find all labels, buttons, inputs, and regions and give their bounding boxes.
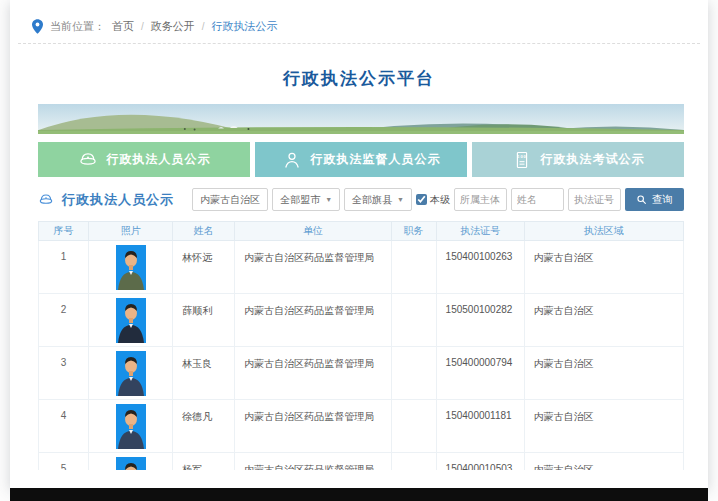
position xyxy=(391,347,436,400)
person-name: 杨军 xyxy=(173,453,235,471)
enforcement-region: 内蒙古自治区 xyxy=(524,453,683,471)
breadcrumb-current[interactable]: 行政执法公示 xyxy=(212,19,278,34)
cert-number: 150400010503 xyxy=(436,453,524,471)
id-photo xyxy=(116,298,146,343)
section-title-text: 行政执法人员公示 xyxy=(62,191,174,209)
row-number: 1 xyxy=(39,241,89,294)
enforcement-region: 内蒙古自治区 xyxy=(524,347,683,400)
enforcement-region: 内蒙古自治区 xyxy=(524,241,683,294)
position xyxy=(391,294,436,347)
unit-name: 内蒙古自治区药品监督管理局 xyxy=(235,241,391,294)
enforcement-region: 内蒙古自治区 xyxy=(524,400,683,453)
person-name: 徐德凡 xyxy=(173,400,235,453)
col-header-unit: 单位 xyxy=(235,222,391,241)
id-photo xyxy=(116,351,146,396)
row-number: 4 xyxy=(39,400,89,453)
name-input[interactable] xyxy=(511,188,564,211)
position xyxy=(391,241,436,294)
tab-enforcement-personnel[interactable]: 行政执法人员公示 xyxy=(38,142,250,177)
breadcrumb-home[interactable]: 首页 xyxy=(112,19,134,34)
col-header-position: 职务 xyxy=(391,222,436,241)
cert-input[interactable] xyxy=(568,188,621,211)
breadcrumb-separator: / xyxy=(202,21,205,32)
tab-bar: 行政执法人员公示 行政执法监督人员公示 100 行政执法考试公示 xyxy=(38,142,684,177)
person-icon xyxy=(282,150,302,170)
position xyxy=(391,400,436,453)
tab-label: 行政执法人员公示 xyxy=(107,151,211,168)
breadcrumb-gov-info[interactable]: 政务公开 xyxy=(151,19,195,34)
id-photo xyxy=(116,245,146,290)
grassland-landscape xyxy=(38,104,684,134)
exam-document-icon: 100 xyxy=(512,150,532,170)
row-number: 2 xyxy=(39,294,89,347)
page-title: 行政执法公示平台 xyxy=(10,67,708,90)
unit-name: 内蒙古自治区药品监督管理局 xyxy=(235,294,391,347)
search-button[interactable]: 查询 xyxy=(625,188,684,211)
tab-supervision-personnel[interactable]: 行政执法监督人员公示 xyxy=(255,142,467,177)
col-header-no: 序号 xyxy=(39,222,89,241)
chevron-down-icon: ▼ xyxy=(325,196,332,203)
col-header-photo: 照片 xyxy=(89,222,173,241)
col-header-region: 执法区域 xyxy=(524,222,683,241)
enforcement-region: 内蒙古自治区 xyxy=(524,294,683,347)
level-checkbox[interactable]: 本级 xyxy=(416,193,450,207)
breadcrumb: 当前位置： 首页 / 政务公开 / 行政执法公示 xyxy=(18,0,700,44)
table-header-row: 序号 照片 姓名 单位 职务 执法证号 执法区域 xyxy=(39,222,684,241)
police-hat-icon xyxy=(78,150,98,170)
id-photo xyxy=(116,404,146,449)
location-pin-icon xyxy=(32,19,43,34)
person-name: 薛顺利 xyxy=(173,294,235,347)
unit-name: 内蒙古自治区药品监督管理局 xyxy=(235,400,391,453)
filters: 内蒙古自治区 全部盟市 ▼ 全部旗县 ▼ 本级 查询 xyxy=(192,188,684,211)
cert-number: 150400100263 xyxy=(436,241,524,294)
table-row: 5 杨军 内蒙古自治区药品监督管理局 150400010503 内蒙古自治区 xyxy=(39,453,684,471)
id-photo xyxy=(116,457,146,470)
search-icon xyxy=(636,194,647,205)
col-header-name: 姓名 xyxy=(173,222,235,241)
tab-label: 行政执法考试公示 xyxy=(541,151,645,168)
tab-exam[interactable]: 100 行政执法考试公示 xyxy=(472,142,684,177)
cert-number: 150400000794 xyxy=(436,347,524,400)
row-number: 5 xyxy=(39,453,89,471)
section-title: 行政执法人员公示 xyxy=(38,191,174,209)
search-button-label: 查询 xyxy=(652,193,673,207)
filter-bar: 行政执法人员公示 内蒙古自治区 全部盟市 ▼ 全部旗县 ▼ 本级 xyxy=(38,188,684,211)
table-row: 1 林怀远 内蒙古自治区药品监督管理局 150400100263 内蒙古自治区 xyxy=(39,241,684,294)
person-name: 林玉良 xyxy=(173,347,235,400)
cert-number: 150500100282 xyxy=(436,294,524,347)
table-body: 1 林怀远 内蒙古自治区药品监督管理局 150400100263 内蒙古自治区 … xyxy=(39,241,684,471)
table-row: 4 徐德凡 内蒙古自治区药品监督管理局 150400001181 内蒙古自治区 xyxy=(39,400,684,453)
level-checkbox-label: 本级 xyxy=(430,193,450,207)
bottom-bar xyxy=(10,488,708,501)
row-number: 3 xyxy=(39,347,89,400)
position xyxy=(391,453,436,471)
banner-image xyxy=(38,104,684,134)
county-select-value: 全部旗县 xyxy=(352,193,392,207)
unit-name: 内蒙古自治区药品监督管理局 xyxy=(235,453,391,471)
chevron-down-icon: ▼ xyxy=(397,196,404,203)
breadcrumb-label: 当前位置： xyxy=(50,19,105,34)
region-label: 内蒙古自治区 xyxy=(192,188,268,211)
person-name: 林怀远 xyxy=(173,241,235,294)
city-select-value: 全部盟市 xyxy=(280,193,320,207)
tab-label: 行政执法监督人员公示 xyxy=(311,151,441,168)
county-select[interactable]: 全部旗县 ▼ xyxy=(344,188,412,211)
cert-number: 150400001181 xyxy=(436,400,524,453)
content-card: 当前位置： 首页 / 政务公开 / 行政执法公示 行政执法公示平台 xyxy=(10,0,708,488)
breadcrumb-separator: / xyxy=(141,21,144,32)
col-header-cert-no: 执法证号 xyxy=(436,222,524,241)
table-row: 2 薛顺利 内蒙古自治区药品监督管理局 150500100282 内蒙古自治区 xyxy=(39,294,684,347)
unit-name: 内蒙古自治区药品监督管理局 xyxy=(235,347,391,400)
city-select[interactable]: 全部盟市 ▼ xyxy=(272,188,340,211)
table-row: 3 林玉良 内蒙古自治区药品监督管理局 150400000794 内蒙古自治区 xyxy=(39,347,684,400)
results-table: 序号 照片 姓名 单位 职务 执法证号 执法区域 1 xyxy=(38,221,684,470)
level-checkbox-input[interactable] xyxy=(416,194,427,205)
subject-input[interactable] xyxy=(454,188,507,211)
badge-hat-icon xyxy=(38,192,54,208)
svg-text:100: 100 xyxy=(517,154,526,159)
